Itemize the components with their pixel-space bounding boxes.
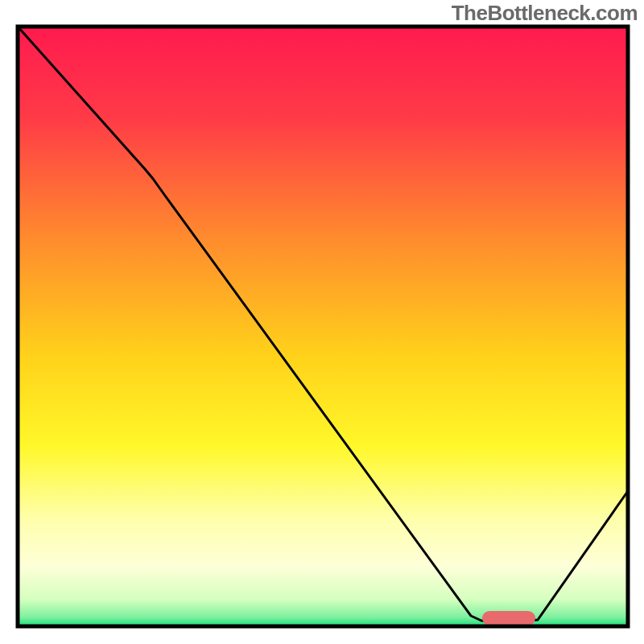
bottleneck-chart (0, 0, 644, 644)
gradient-background (18, 27, 628, 626)
optimal-marker (482, 611, 535, 625)
chart-container: { "watermark": "TheBottleneck.com", "cha… (0, 0, 644, 644)
watermark-label: TheBottleneck.com (452, 1, 638, 26)
